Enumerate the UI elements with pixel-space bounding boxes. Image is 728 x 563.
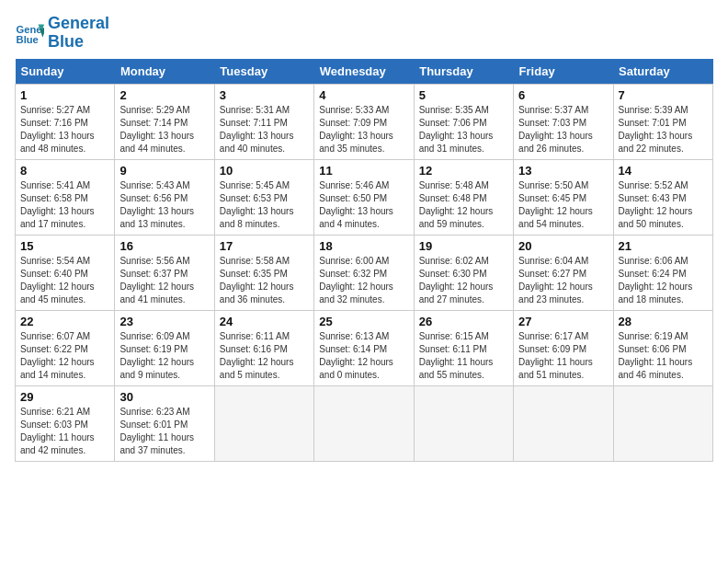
day-number: 27: [518, 315, 608, 328]
day-info: Sunrise: 5:50 AM Sunset: 6:45 PM Dayligh…: [518, 179, 608, 231]
logo-icon: General Blue: [15, 18, 44, 48]
col-friday: Friday: [514, 59, 613, 85]
day-info: Sunrise: 6:21 AM Sunset: 6:03 PM Dayligh…: [20, 406, 109, 457]
calendar-cell: 14 Sunrise: 5:52 AM Sunset: 6:43 PM Dayl…: [613, 159, 712, 235]
header-row: Sunday Monday Tuesday Wednesday Thursday…: [16, 59, 713, 85]
calendar-cell: 20 Sunrise: 6:04 AM Sunset: 6:27 PM Dayl…: [514, 235, 613, 310]
day-info: Sunrise: 6:02 AM Sunset: 6:30 PM Dayligh…: [419, 255, 508, 306]
calendar-cell: 5 Sunrise: 5:35 AM Sunset: 7:06 PM Dayli…: [414, 84, 513, 159]
calendar-cell: [214, 385, 313, 461]
calendar-cell: [613, 385, 712, 461]
day-number: 7: [619, 88, 708, 102]
calendar-cell: 29 Sunrise: 6:21 AM Sunset: 6:03 PM Dayl…: [16, 385, 115, 461]
day-number: 19: [419, 239, 508, 253]
day-number: 21: [619, 239, 708, 253]
day-info: Sunrise: 6:11 AM Sunset: 6:16 PM Dayligh…: [220, 330, 309, 382]
day-number: 20: [518, 239, 608, 253]
day-info: Sunrise: 5:37 AM Sunset: 7:03 PM Dayligh…: [518, 104, 608, 155]
calendar-cell: 1 Sunrise: 5:27 AM Sunset: 7:16 PM Dayli…: [16, 84, 115, 159]
calendar-cell: 27 Sunrise: 6:17 AM Sunset: 6:09 PM Dayl…: [514, 310, 613, 385]
calendar-cell: 10 Sunrise: 5:45 AM Sunset: 6:53 PM Dayl…: [214, 159, 313, 235]
day-number: 24: [220, 315, 309, 328]
day-info: Sunrise: 5:41 AM Sunset: 6:58 PM Dayligh…: [20, 179, 109, 231]
day-number: 2: [119, 88, 209, 102]
calendar-cell: [314, 385, 414, 461]
calendar-cell: 16 Sunrise: 5:56 AM Sunset: 6:37 PM Dayl…: [115, 235, 214, 310]
day-number: 16: [119, 239, 209, 253]
week-row-2: 8 Sunrise: 5:41 AM Sunset: 6:58 PM Dayli…: [16, 159, 713, 235]
day-info: Sunrise: 6:04 AM Sunset: 6:27 PM Dayligh…: [518, 255, 608, 306]
day-info: Sunrise: 6:15 AM Sunset: 6:11 PM Dayligh…: [419, 330, 508, 382]
logo: General Blue General Blue: [15, 15, 109, 52]
calendar-cell: 18 Sunrise: 6:00 AM Sunset: 6:32 PM Dayl…: [314, 235, 414, 310]
day-info: Sunrise: 5:43 AM Sunset: 6:56 PM Dayligh…: [119, 179, 209, 231]
calendar-cell: 15 Sunrise: 5:54 AM Sunset: 6:40 PM Dayl…: [16, 235, 115, 310]
calendar-cell: 21 Sunrise: 6:06 AM Sunset: 6:24 PM Dayl…: [613, 235, 712, 310]
col-tuesday: Tuesday: [214, 59, 313, 85]
day-number: 10: [220, 164, 309, 178]
day-number: 23: [119, 315, 209, 328]
day-info: Sunrise: 5:45 AM Sunset: 6:53 PM Dayligh…: [220, 179, 309, 231]
day-info: Sunrise: 5:48 AM Sunset: 6:48 PM Dayligh…: [419, 179, 508, 231]
day-info: Sunrise: 5:27 AM Sunset: 7:16 PM Dayligh…: [20, 104, 109, 155]
calendar-cell: 24 Sunrise: 6:11 AM Sunset: 6:16 PM Dayl…: [214, 310, 313, 385]
day-info: Sunrise: 5:35 AM Sunset: 7:06 PM Dayligh…: [419, 104, 508, 155]
day-info: Sunrise: 5:46 AM Sunset: 6:50 PM Dayligh…: [319, 179, 408, 231]
day-number: 14: [619, 164, 708, 178]
calendar-cell: 26 Sunrise: 6:15 AM Sunset: 6:11 PM Dayl…: [414, 310, 513, 385]
calendar-cell: 23 Sunrise: 6:09 AM Sunset: 6:19 PM Dayl…: [115, 310, 214, 385]
col-wednesday: Wednesday: [314, 59, 414, 85]
day-info: Sunrise: 6:07 AM Sunset: 6:22 PM Dayligh…: [20, 330, 109, 382]
day-number: 13: [518, 164, 608, 178]
day-number: 1: [20, 88, 109, 102]
col-monday: Monday: [115, 59, 214, 85]
calendar-cell: 4 Sunrise: 5:33 AM Sunset: 7:09 PM Dayli…: [314, 84, 414, 159]
calendar-cell: 2 Sunrise: 5:29 AM Sunset: 7:14 PM Dayli…: [115, 84, 214, 159]
day-number: 11: [319, 164, 408, 178]
day-number: 22: [20, 315, 109, 328]
calendar-cell: [414, 385, 513, 461]
day-number: 5: [419, 88, 508, 102]
week-row-1: 1 Sunrise: 5:27 AM Sunset: 7:16 PM Dayli…: [16, 84, 713, 159]
calendar-cell: 28 Sunrise: 6:19 AM Sunset: 6:06 PM Dayl…: [613, 310, 712, 385]
calendar-cell: 8 Sunrise: 5:41 AM Sunset: 6:58 PM Dayli…: [16, 159, 115, 235]
day-info: Sunrise: 5:39 AM Sunset: 7:01 PM Dayligh…: [619, 104, 708, 155]
day-number: 4: [319, 88, 408, 102]
header: General Blue General Blue: [15, 15, 713, 52]
day-number: 25: [319, 315, 408, 328]
day-number: 18: [319, 239, 408, 253]
day-info: Sunrise: 5:33 AM Sunset: 7:09 PM Dayligh…: [319, 104, 408, 155]
day-number: 17: [220, 239, 309, 253]
day-number: 12: [419, 164, 508, 178]
calendar-cell: 25 Sunrise: 6:13 AM Sunset: 6:14 PM Dayl…: [314, 310, 414, 385]
day-number: 9: [119, 164, 209, 178]
day-info: Sunrise: 5:31 AM Sunset: 7:11 PM Dayligh…: [220, 104, 309, 155]
calendar-cell: [514, 385, 613, 461]
calendar-cell: 19 Sunrise: 6:02 AM Sunset: 6:30 PM Dayl…: [414, 235, 513, 310]
col-saturday: Saturday: [613, 59, 712, 85]
day-number: 26: [419, 315, 508, 328]
day-info: Sunrise: 6:00 AM Sunset: 6:32 PM Dayligh…: [319, 255, 408, 306]
day-info: Sunrise: 5:54 AM Sunset: 6:40 PM Dayligh…: [20, 255, 109, 306]
week-row-4: 22 Sunrise: 6:07 AM Sunset: 6:22 PM Dayl…: [16, 310, 713, 385]
calendar-cell: 11 Sunrise: 5:46 AM Sunset: 6:50 PM Dayl…: [314, 159, 414, 235]
calendar-cell: 30 Sunrise: 6:23 AM Sunset: 6:01 PM Dayl…: [115, 385, 214, 461]
day-info: Sunrise: 6:13 AM Sunset: 6:14 PM Dayligh…: [319, 330, 408, 382]
day-info: Sunrise: 6:17 AM Sunset: 6:09 PM Dayligh…: [518, 330, 608, 382]
calendar-cell: 12 Sunrise: 5:48 AM Sunset: 6:48 PM Dayl…: [414, 159, 513, 235]
calendar-table: Sunday Monday Tuesday Wednesday Thursday…: [15, 59, 713, 462]
day-info: Sunrise: 5:29 AM Sunset: 7:14 PM Dayligh…: [119, 104, 209, 155]
day-number: 15: [20, 239, 109, 253]
calendar-cell: 7 Sunrise: 5:39 AM Sunset: 7:01 PM Dayli…: [613, 84, 712, 159]
day-info: Sunrise: 5:52 AM Sunset: 6:43 PM Dayligh…: [619, 179, 708, 231]
day-info: Sunrise: 6:09 AM Sunset: 6:19 PM Dayligh…: [119, 330, 209, 382]
day-number: 6: [518, 88, 608, 102]
day-number: 30: [119, 390, 209, 404]
calendar-cell: 9 Sunrise: 5:43 AM Sunset: 6:56 PM Dayli…: [115, 159, 214, 235]
day-number: 8: [20, 164, 109, 178]
day-info: Sunrise: 6:23 AM Sunset: 6:01 PM Dayligh…: [119, 406, 209, 457]
col-thursday: Thursday: [414, 59, 513, 85]
week-row-5: 29 Sunrise: 6:21 AM Sunset: 6:03 PM Dayl…: [16, 385, 713, 461]
svg-text:Blue: Blue: [17, 34, 39, 45]
calendar-cell: 3 Sunrise: 5:31 AM Sunset: 7:11 PM Dayli…: [214, 84, 313, 159]
